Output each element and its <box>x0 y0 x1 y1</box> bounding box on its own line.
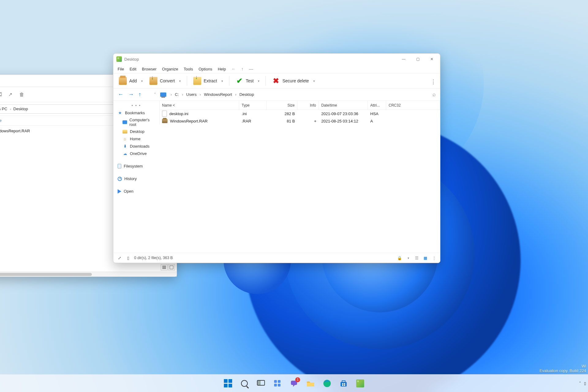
col-size[interactable]: Size <box>267 101 297 110</box>
widgets-button[interactable] <box>270 377 285 390</box>
svg-rect-11 <box>342 385 343 386</box>
store-button[interactable] <box>336 377 351 390</box>
sidebar-item-history[interactable]: History <box>113 175 159 182</box>
minimize-button[interactable]: — <box>397 54 411 64</box>
peazip-file-list: Name < Type Size Info Date/time Attri...… <box>159 101 440 253</box>
menu-tools[interactable]: Tools <box>184 67 193 71</box>
peazip-toolbar: Add ▾ Convert ▾ Extract ▾ ✔ Test ▾ ✖ Sec… <box>113 73 440 89</box>
view-icons-icon[interactable]: ▦ <box>423 255 428 260</box>
col-crc[interactable]: CRC32 <box>386 101 440 110</box>
more-icon[interactable]: ⋮ <box>432 255 436 260</box>
lock-icon[interactable]: 🔒 <box>397 255 402 260</box>
horizontal-scrollbar[interactable] <box>0 272 177 277</box>
breadcrumb-item[interactable]: WindowsReport <box>204 92 232 97</box>
sidebar-item-computer-s-root[interactable]: Computer's root <box>113 116 159 128</box>
chevron-down-icon[interactable]: ▾ <box>258 79 259 83</box>
maximize-button[interactable]: ▢ <box>411 54 425 64</box>
more-options-icon[interactable]: ⋮ <box>431 78 436 85</box>
clipboard-icon[interactable]: ▯ <box>126 255 130 260</box>
breadcrumb-item[interactable]: Users <box>186 92 197 97</box>
search-icon[interactable]: ⌕ <box>432 91 436 98</box>
cloud-icon: ☁ <box>123 151 127 156</box>
taskbar[interactable]: 1 ˄ ▯ <box>0 374 588 392</box>
status-text: 0 dir(s), 2 file(s), 363 B <box>134 256 173 260</box>
sidebar-item-filesystem[interactable]: Filesystem <box>113 163 159 170</box>
rename-icon[interactable]: ⌫ <box>0 92 2 98</box>
resize-icon[interactable]: ⤢ <box>117 255 122 260</box>
file-row[interactable]: desktop.ini.ini282 B2021-09-07 23:03:36H… <box>159 110 440 117</box>
svg-rect-4 <box>274 384 277 386</box>
menu-browser[interactable]: Browser <box>142 67 156 71</box>
folder-icon <box>306 380 315 387</box>
delete-icon[interactable]: 🗑 <box>19 92 25 98</box>
tray-icon[interactable]: ▯ <box>584 381 586 386</box>
chevron-down-icon[interactable]: ▾ <box>313 79 315 83</box>
menu-options[interactable]: Options <box>198 67 212 71</box>
chat-button[interactable]: 1 <box>287 377 301 390</box>
sidebar-item-home[interactable]: ⌂Home <box>113 135 159 142</box>
menu-edit[interactable]: Edit <box>130 67 136 71</box>
peazip-window[interactable]: Desktop — ▢ ✕ FileEditBrowserOrganizeToo… <box>113 53 440 263</box>
col-info[interactable]: Info <box>297 101 319 110</box>
view-list-icon[interactable]: ☰ <box>414 255 419 260</box>
view-large-button[interactable] <box>168 264 175 270</box>
chevron-down-icon[interactable]: ˅ <box>154 92 156 97</box>
peazip-menu-bar: FileEditBrowserOrganizeToolsOptionsHelp←… <box>113 65 440 73</box>
window-title: Desktop <box>124 57 139 62</box>
edge-button[interactable] <box>320 377 334 390</box>
close-button[interactable]: ✕ <box>425 54 439 64</box>
peazip-titlebar[interactable]: Desktop — ▢ ✕ <box>113 54 440 65</box>
view-details-button[interactable] <box>161 264 168 270</box>
sidebar-menu-icon[interactable]: • • • <box>113 103 159 108</box>
nav-forward-icon[interactable]: → <box>128 91 134 98</box>
breadcrumb-item[interactable]: C: <box>175 92 179 97</box>
peazip-taskbar-button[interactable] <box>353 377 368 390</box>
chevron-right-icon: › <box>200 92 201 97</box>
extract-button[interactable]: Extract ▾ <box>191 76 225 86</box>
pc-icon[interactable] <box>160 92 166 97</box>
menu-organize[interactable]: Organize <box>162 67 178 71</box>
search-button[interactable] <box>237 377 252 390</box>
col-attr[interactable]: Attri... <box>368 101 386 110</box>
system-tray[interactable]: ˄ ▯ <box>579 381 586 386</box>
edge-icon <box>323 379 331 388</box>
add-button[interactable]: Add ▾ <box>116 76 145 86</box>
test-button[interactable]: ✔ Test ▾ <box>233 76 262 86</box>
sidebar-item-downloads[interactable]: ⬇Downloads <box>113 142 159 150</box>
sidebar-item-bookmarks[interactable]: ★Bookmarks <box>113 109 159 116</box>
tray-chevron-icon[interactable]: ˄ <box>579 381 581 386</box>
convert-icon <box>149 77 157 85</box>
menu-help[interactable]: Help <box>218 67 226 71</box>
breadcrumb-item[interactable]: This PC <box>0 107 7 111</box>
chevron-down-icon[interactable]: ▾ <box>406 255 411 260</box>
toolbar-divider <box>266 76 266 86</box>
nav-up-icon[interactable]: ↑ <box>138 91 141 98</box>
chevron-down-icon[interactable]: ▾ <box>179 79 181 83</box>
file-explorer-button[interactable] <box>303 377 318 390</box>
download-icon: ⬇ <box>123 144 127 149</box>
col-date[interactable]: Date/time <box>319 101 368 110</box>
menu-file[interactable]: File <box>118 67 124 71</box>
folder-icon <box>123 130 127 134</box>
start-button[interactable] <box>221 377 235 390</box>
menu-collapse-icon[interactable]: — <box>249 66 253 71</box>
col-name[interactable]: Name < <box>160 101 239 110</box>
convert-button[interactable]: Convert ▾ <box>147 76 183 86</box>
sidebar-item-open[interactable]: Open <box>113 188 159 195</box>
share-icon[interactable]: ↗ <box>7 92 13 98</box>
file-row[interactable]: WindowsReport.RAR.RAR81 B+2021-08-25 03:… <box>159 117 440 125</box>
menu-back-icon[interactable]: ← <box>232 66 236 71</box>
chevron-down-icon[interactable]: ▾ <box>221 79 223 83</box>
menu-up-icon[interactable]: ↑ <box>241 66 243 71</box>
chevron-down-icon[interactable]: ▾ <box>141 79 143 83</box>
breadcrumb-item[interactable]: Desktop <box>13 107 28 111</box>
secure-delete-button[interactable]: ✖ Secure delete ▾ <box>270 76 317 86</box>
breadcrumb-item[interactable]: Desktop <box>239 92 254 97</box>
chevron-right-icon: › <box>171 92 172 97</box>
sidebar-item-onedrive[interactable]: ☁OneDrive <box>113 150 159 157</box>
sidebar-item-desktop[interactable]: Desktop <box>113 128 159 135</box>
task-view-button[interactable] <box>254 377 268 390</box>
col-type[interactable]: Type <box>239 101 267 110</box>
nav-back-icon[interactable]: ← <box>118 91 124 98</box>
file-icon <box>162 111 167 117</box>
